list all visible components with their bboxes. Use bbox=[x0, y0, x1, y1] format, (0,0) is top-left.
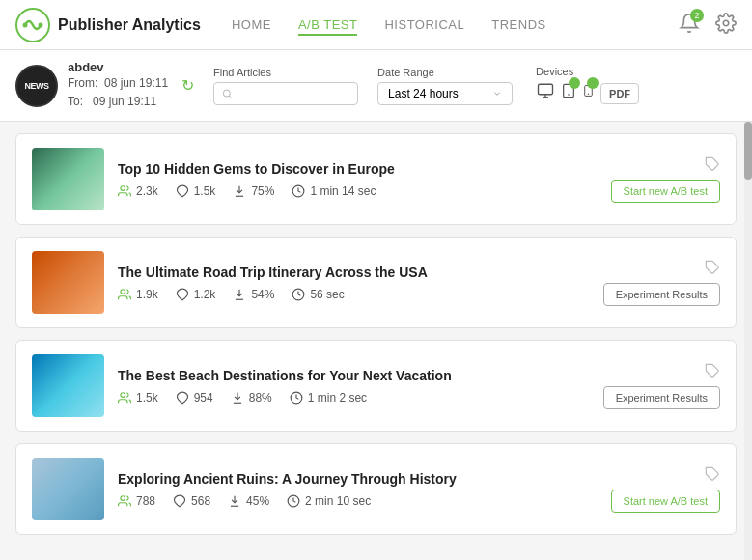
visitors-stat: 788 bbox=[118, 494, 155, 508]
search-box[interactable] bbox=[213, 82, 358, 105]
nav-home[interactable]: HOME bbox=[232, 14, 271, 36]
time-icon bbox=[292, 184, 305, 198]
article-card: Exploring Ancient Ruins: A Journey Throu… bbox=[15, 443, 737, 535]
date-range-label: Date Range bbox=[377, 67, 513, 78]
header: Publisher Analytics HOME A/B TEST HISTOR… bbox=[0, 0, 752, 50]
visitors-stat: 1.9k bbox=[118, 288, 158, 301]
date-range-select[interactable]: Last 24 hours bbox=[377, 82, 513, 105]
nav-abtest[interactable]: A/B TEST bbox=[298, 14, 358, 36]
svg-point-23 bbox=[121, 393, 125, 398]
tag-icon bbox=[705, 156, 720, 172]
devices-section: Devices PDF bbox=[536, 66, 639, 105]
scrollbar-thumb[interactable] bbox=[744, 122, 752, 180]
scroll-icon bbox=[231, 391, 244, 405]
visitors-icon bbox=[118, 391, 131, 405]
scroll-icon bbox=[228, 494, 241, 508]
scroll-value: 54% bbox=[251, 288, 274, 301]
reads-icon bbox=[176, 288, 189, 301]
reads-stat: 568 bbox=[173, 494, 210, 508]
chevron-down-icon bbox=[492, 89, 502, 98]
article-thumbnail bbox=[32, 251, 104, 314]
article-stats: 1.9k 1.2k 54% bbox=[118, 288, 590, 301]
to-label: To: bbox=[68, 95, 83, 108]
article-actions: Experiment Results bbox=[603, 363, 720, 409]
scroll-value: 75% bbox=[251, 184, 274, 198]
search-icon bbox=[222, 88, 233, 99]
visitors-stat: 2.3k bbox=[118, 184, 158, 198]
article-thumbnail bbox=[32, 354, 104, 417]
news-icon: NEWS bbox=[15, 65, 58, 107]
date-range-value: Last 24 hours bbox=[388, 87, 459, 100]
find-articles-section: Find Articles bbox=[213, 67, 358, 105]
logo-area: Publisher Analytics bbox=[15, 8, 201, 42]
start-ab-test-button[interactable]: Start new A/B test bbox=[611, 490, 720, 513]
time-stat: 1 min 14 sec bbox=[292, 184, 376, 198]
time-value: 2 min 10 sec bbox=[305, 494, 371, 508]
date-range-display: From: 08 jun 19:11 To: 09 jun 19:11 bbox=[68, 74, 168, 111]
pdf-button[interactable]: PDF bbox=[600, 83, 639, 104]
article-thumbnail bbox=[32, 458, 104, 520]
visitors-icon bbox=[118, 288, 131, 301]
header-actions: 2 bbox=[679, 13, 737, 38]
scroll-value: 88% bbox=[249, 391, 272, 405]
svg-point-28 bbox=[121, 496, 125, 501]
time-value: 56 sec bbox=[310, 288, 344, 301]
article-title: The Ultimate Road Trip Itinerary Across … bbox=[118, 265, 590, 280]
tablet-device-button[interactable] bbox=[561, 81, 576, 105]
article-title: Top 10 Hidden Gems to Discover in Europe bbox=[118, 161, 598, 177]
time-stat: 56 sec bbox=[292, 288, 344, 301]
nav-trends[interactable]: TRENDS bbox=[491, 14, 545, 36]
time-stat: 1 min 2 sec bbox=[290, 391, 367, 405]
reads-value: 1.5k bbox=[194, 184, 216, 198]
tag-icon bbox=[705, 363, 720, 378]
visitors-stat: 1.5k bbox=[118, 391, 158, 405]
reads-icon bbox=[173, 494, 186, 508]
nav-historical[interactable]: HISTORICAL bbox=[384, 14, 464, 36]
article-actions: Experiment Results bbox=[603, 260, 720, 306]
article-title: The Best Beach Destinations for Your Nex… bbox=[118, 368, 590, 383]
reads-value: 1.2k bbox=[194, 288, 216, 301]
date-range-section: Date Range Last 24 hours bbox=[377, 67, 513, 105]
devices-label: Devices bbox=[536, 66, 639, 77]
toolbar: NEWS abdev From: 08 jun 19:11 To: 09 jun… bbox=[0, 50, 752, 122]
time-value: 1 min 14 sec bbox=[310, 184, 376, 198]
scroll-stat: 45% bbox=[228, 494, 269, 508]
mobile-device-button[interactable] bbox=[582, 81, 595, 105]
desktop-device-button[interactable] bbox=[536, 82, 555, 104]
scroll-stat: 75% bbox=[233, 184, 274, 198]
settings-button[interactable] bbox=[715, 13, 737, 38]
article-info: The Best Beach Destinations for Your Nex… bbox=[118, 368, 590, 405]
reads-icon bbox=[176, 391, 189, 405]
article-stats: 2.3k 1.5k 75% bbox=[118, 184, 598, 198]
time-stat: 2 min 10 sec bbox=[287, 494, 371, 508]
article-card: The Ultimate Road Trip Itinerary Across … bbox=[15, 237, 737, 328]
article-stats: 788 568 45% bbox=[118, 494, 598, 508]
start-ab-test-button[interactable]: Start new A/B test bbox=[611, 180, 720, 203]
visitors-value: 2.3k bbox=[136, 184, 158, 198]
tag-icon bbox=[705, 260, 720, 275]
article-info: The Ultimate Road Trip Itinerary Across … bbox=[118, 265, 590, 301]
svg-point-13 bbox=[121, 186, 125, 191]
search-input[interactable] bbox=[238, 87, 350, 100]
notifications-button[interactable]: 2 bbox=[679, 13, 700, 38]
from-date: 08 jun 19:11 bbox=[104, 76, 168, 90]
scroll-value: 45% bbox=[246, 494, 269, 508]
app-title: Publisher Analytics bbox=[58, 16, 201, 34]
refresh-button[interactable]: ↻ bbox=[181, 76, 194, 95]
tablet-badge bbox=[569, 77, 580, 89]
main-nav: HOME A/B TEST HISTORICAL TRENDS bbox=[232, 14, 679, 36]
find-articles-label: Find Articles bbox=[213, 67, 358, 78]
scroll-stat: 54% bbox=[233, 288, 274, 301]
account-info: NEWS abdev From: 08 jun 19:11 To: 09 jun… bbox=[15, 60, 194, 111]
experiment-results-button[interactable]: Experiment Results bbox=[603, 283, 720, 306]
time-value: 1 min 2 sec bbox=[308, 391, 367, 405]
reads-icon bbox=[176, 184, 189, 198]
article-actions: Start new A/B test bbox=[611, 466, 720, 513]
article-actions: Start new A/B test bbox=[611, 156, 720, 203]
experiment-results-button[interactable]: Experiment Results bbox=[603, 386, 720, 409]
article-card: The Best Beach Destinations for Your Nex… bbox=[15, 340, 737, 432]
time-icon bbox=[287, 494, 300, 508]
svg-point-4 bbox=[223, 90, 230, 97]
reads-stat: 954 bbox=[176, 391, 213, 405]
article-thumbnail bbox=[32, 148, 104, 210]
